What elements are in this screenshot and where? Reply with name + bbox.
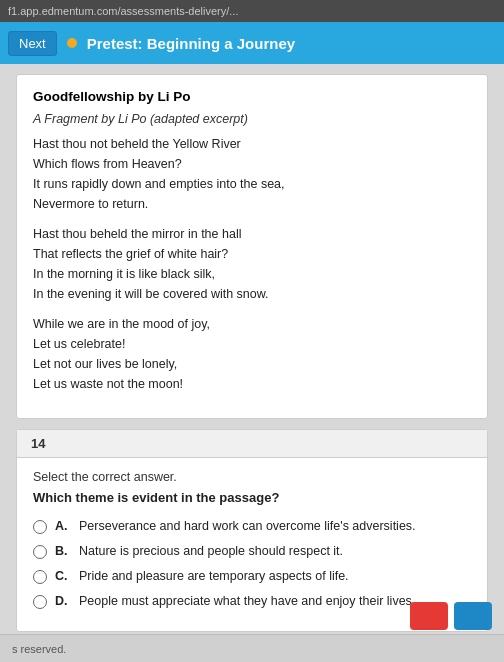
poem-stanza-2: Hast thou beheld the mirror in the hall … bbox=[33, 224, 471, 304]
poem-card: Goodfellowship by Li Po A Fragment by Li… bbox=[16, 74, 488, 419]
option-letter-d: D. bbox=[55, 594, 71, 608]
poem-stanza-1: Hast thou not beheld the Yellow River Wh… bbox=[33, 134, 471, 214]
answer-option-a[interactable]: A. Perseverance and hard work can overco… bbox=[33, 519, 471, 534]
question-instruction: Select the correct answer. bbox=[33, 470, 471, 484]
question-number: 14 bbox=[17, 430, 487, 458]
blue-action-button[interactable] bbox=[454, 602, 492, 630]
option-letter-a: A. bbox=[55, 519, 71, 533]
radio-d[interactable] bbox=[33, 595, 47, 609]
option-text-c: Pride and pleasure are temporary aspects… bbox=[79, 569, 471, 583]
radio-b[interactable] bbox=[33, 545, 47, 559]
option-text-b: Nature is precious and people should res… bbox=[79, 544, 471, 558]
option-letter-b: B. bbox=[55, 544, 71, 558]
browser-bar: f1.app.edmentum.com/assessments-delivery… bbox=[0, 0, 504, 22]
poem-subtitle: A Fragment by Li Po (adapted excerpt) bbox=[33, 112, 471, 126]
poem-title: Goodfellowship by Li Po bbox=[33, 89, 471, 104]
browser-url: f1.app.edmentum.com/assessments-delivery… bbox=[8, 5, 238, 17]
radio-a[interactable] bbox=[33, 520, 47, 534]
page-title: Pretest: Beginning a Journey bbox=[87, 35, 295, 52]
option-text-a: Perseverance and hard work can overcome … bbox=[79, 519, 471, 533]
answer-option-c[interactable]: C. Pride and pleasure are temporary aspe… bbox=[33, 569, 471, 584]
status-dot bbox=[67, 38, 77, 48]
red-action-button[interactable] bbox=[410, 602, 448, 630]
app-header: Next Pretest: Beginning a Journey bbox=[0, 22, 504, 64]
answer-option-d[interactable]: D. People must appreciate what they have… bbox=[33, 594, 471, 609]
poem-stanza-3: While we are in the mood of joy, Let us … bbox=[33, 314, 471, 394]
answer-option-b[interactable]: B. Nature is precious and people should … bbox=[33, 544, 471, 559]
option-letter-c: C. bbox=[55, 569, 71, 583]
action-buttons bbox=[410, 602, 492, 630]
radio-c[interactable] bbox=[33, 570, 47, 584]
main-content: Goodfellowship by Li Po A Fragment by Li… bbox=[0, 64, 504, 662]
next-button[interactable]: Next bbox=[8, 31, 57, 56]
footer-bar: s reserved. bbox=[0, 634, 504, 662]
question-prompt: Which theme is evident in the passage? bbox=[33, 490, 471, 505]
reserved-text: s reserved. bbox=[12, 643, 66, 655]
